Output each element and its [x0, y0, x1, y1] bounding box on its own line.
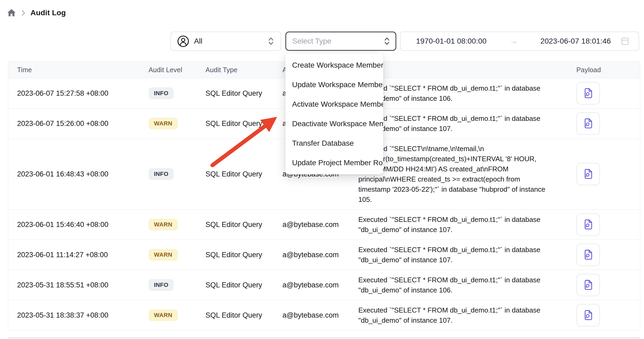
audit-comment: Executed `"SELECT * FROM db_ui_demo.t1;"… [349, 270, 554, 300]
view-payload-button[interactable] [576, 163, 600, 185]
audit-actor: a@bytebase.com [273, 221, 349, 229]
audit-level-badge: INFO [149, 168, 174, 180]
type-dropdown-item[interactable]: Create Workspace Member [285, 55, 383, 75]
file-search-icon [583, 279, 594, 291]
audit-time: 2023-06-07 15:27:58 +08:00 [8, 89, 139, 98]
audit-type: SQL Editor Query [195, 281, 273, 289]
audit-comment: Executed `"SELECT * FROM db_ui_demo.t1;"… [349, 210, 554, 240]
file-search-icon [583, 168, 594, 180]
column-header-level: Audit Level [139, 66, 195, 74]
type-dropdown-item[interactable]: Transfer Database [285, 133, 383, 153]
select-chevrons-icon [383, 36, 391, 47]
select-chevrons-icon [267, 36, 275, 47]
column-header-type: Audit Type [195, 66, 273, 74]
audit-type: SQL Editor Query [195, 251, 273, 259]
audit-time: 2023-05-31 18:55:51 +08:00 [8, 281, 139, 289]
file-search-icon [583, 249, 594, 261]
actor-filter-value: All [194, 37, 202, 45]
type-dropdown-item[interactable]: Update Project Member Role [285, 153, 383, 172]
chevron-right-icon [21, 10, 25, 16]
audit-comment: Executed `"SELECT * FROM db_ui_demo.t1;"… [349, 240, 554, 270]
audit-type: SQL Editor Query [195, 120, 273, 128]
view-payload-button[interactable] [576, 304, 600, 326]
type-filter-placeholder: Select Type [292, 37, 331, 45]
audit-time: 2023-05-31 18:38:37 +08:00 [8, 311, 139, 319]
audit-level-badge: WARN [149, 309, 178, 321]
view-payload-button[interactable] [576, 82, 600, 105]
view-payload-button[interactable] [576, 244, 600, 266]
audit-actor: a@bytebase.com [273, 251, 349, 259]
audit-time: 2023-06-07 15:26:00 +08:00 [8, 120, 139, 128]
audit-actor: a@bytebase.com [273, 281, 349, 289]
type-dropdown-item[interactable]: Deactivate Workspace Member [285, 114, 383, 133]
type-dropdown-item[interactable]: Activate Workspace Member [285, 94, 383, 114]
view-payload-button[interactable] [576, 213, 600, 236]
audit-type: SQL Editor Query [195, 89, 273, 98]
audit-level-badge: WARN [149, 118, 178, 129]
audit-actor: a@bytebase.com [273, 311, 349, 319]
file-search-icon [583, 218, 594, 231]
audit-level-badge: WARN [149, 219, 178, 230]
table-row: 2023-05-31 18:38:37 +08:00 WARN SQL Edit… [8, 300, 640, 330]
date-range-end: 2023-06-07 18:01:46 [540, 37, 611, 45]
table-row: 2023-06-01 15:46:40 +08:00 WARN SQL Edit… [8, 210, 640, 240]
audit-level-badge: INFO [149, 279, 174, 291]
audit-time: 2023-06-01 15:46:40 +08:00 [8, 221, 139, 229]
breadcrumb: Audit Log [7, 8, 66, 18]
file-search-icon [583, 309, 594, 321]
file-search-icon [583, 87, 594, 99]
view-payload-button[interactable] [576, 274, 600, 296]
date-range-start: 1970-01-01 08:00:00 [416, 37, 487, 45]
audit-type: SQL Editor Query [195, 311, 273, 319]
column-header-payload: Payload [565, 66, 640, 74]
audit-log-page: Audit Log All Select Type 1970-01-01 08:… [0, 0, 644, 339]
actor-filter-select[interactable]: All [170, 32, 281, 51]
column-header-time: Time [8, 66, 139, 74]
audit-comment: Executed `"SELECT * FROM db_ui_demo.t1;"… [349, 300, 554, 330]
calendar-icon [621, 37, 629, 46]
date-range-arrow-icon: → [509, 36, 518, 46]
view-payload-button[interactable] [576, 112, 600, 135]
table-row: 2023-05-31 18:55:51 +08:00 INFO SQL Edit… [8, 270, 640, 300]
file-search-icon [583, 117, 594, 130]
table-bottom-divider [8, 337, 640, 338]
user-circle-icon [177, 35, 189, 48]
audit-time: 2023-06-01 16:48:43 +08:00 [8, 170, 139, 178]
table-row: 2023-06-01 11:14:27 +08:00 WARN SQL Edit… [8, 240, 640, 270]
audit-time: 2023-06-01 11:14:27 +08:00 [8, 251, 139, 259]
type-dropdown-item[interactable]: Update Workspace Member [285, 75, 383, 94]
type-filter-dropdown: Create Workspace Member Update Workspace… [285, 53, 383, 174]
audit-type: SQL Editor Query [195, 221, 273, 229]
audit-type: SQL Editor Query [195, 170, 273, 178]
page-title: Audit Log [30, 9, 66, 17]
home-icon[interactable] [7, 8, 16, 18]
date-range-picker[interactable]: 1970-01-01 08:00:00 → 2023-06-07 18:01:4… [400, 32, 639, 51]
audit-level-badge: WARN [149, 249, 178, 261]
type-filter-select[interactable]: Select Type [285, 32, 396, 51]
audit-level-badge: INFO [149, 87, 174, 99]
